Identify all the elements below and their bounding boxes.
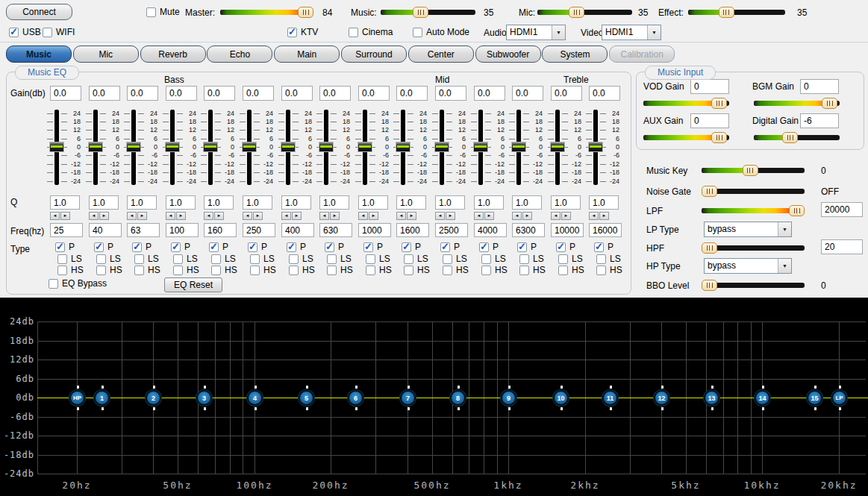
eq-band-5-type-p-box[interactable]: [209, 242, 219, 252]
music-key-slider-handle[interactable]: [743, 165, 758, 176]
eq-band-7-q-increment[interactable]: ►: [292, 212, 302, 220]
eq-band-13-type-p[interactable]: P: [517, 242, 537, 252]
eq-band-2-type-ls[interactable]: LS: [96, 254, 121, 264]
eq-band-4-q-increment[interactable]: ►: [176, 212, 186, 220]
eq-band-5-slider-handle[interactable]: [203, 142, 218, 152]
eq-band-14-freq-input[interactable]: [551, 223, 584, 237]
mode-checkbox-cinema[interactable]: Cinema: [349, 27, 393, 37]
eq-band-12-q-decrement[interactable]: ◄: [474, 212, 484, 220]
eq-band-1-slider-handle[interactable]: [49, 142, 64, 152]
eq-band-6-type-ls[interactable]: LS: [250, 254, 275, 264]
eq-band-13-gain-input[interactable]: [512, 86, 543, 101]
eq-band-8-q-input[interactable]: [319, 195, 349, 210]
eq-band-15-q-decrement[interactable]: ◄: [589, 212, 599, 220]
eq-point-7[interactable]: 7: [400, 390, 416, 406]
eq-band-4-freq-input[interactable]: [166, 223, 199, 237]
eq-band-9-type-ls-box[interactable]: [366, 254, 375, 264]
mode-checkbox-usb-box[interactable]: [9, 28, 19, 37]
eq-band-10-q-increment[interactable]: ►: [407, 212, 416, 220]
eq-point-10[interactable]: 10: [553, 390, 569, 406]
hpf-slider[interactable]: [702, 242, 805, 254]
eq-bypass-checkbox[interactable]: EQ Bypass: [49, 278, 107, 289]
eq-band-9-type-p[interactable]: P: [363, 242, 383, 252]
eq-band-8-type-hs-box[interactable]: [327, 266, 337, 275]
eq-band-7-gain-input[interactable]: [281, 86, 313, 101]
eq-band-1-type-ls-box[interactable]: [57, 254, 67, 264]
eq-point-3[interactable]: 3: [196, 390, 212, 406]
eq-band-6-gain-input[interactable]: [243, 86, 274, 101]
music-key-slider[interactable]: [702, 165, 805, 176]
eq-band-10-slider-handle[interactable]: [396, 142, 410, 152]
eq-point-13[interactable]: 13: [704, 390, 719, 406]
eq-band-8-q-increment[interactable]: ►: [330, 212, 340, 220]
eq-band-2-freq-input[interactable]: [89, 223, 122, 237]
eq-band-14-type-ls[interactable]: LS: [558, 254, 583, 264]
eq-band-5-type-ls[interactable]: LS: [211, 254, 236, 264]
eq-band-13-type-ls[interactable]: LS: [519, 254, 544, 264]
eq-band-2-q-input[interactable]: [89, 195, 119, 210]
eq-band-8-type-ls[interactable]: LS: [327, 254, 352, 264]
lpf-slider-handle[interactable]: [789, 205, 805, 216]
eq-band-12-type-p-box[interactable]: [479, 242, 489, 252]
eq-band-7-type-ls[interactable]: LS: [289, 254, 313, 264]
eq-band-9-gain-input[interactable]: [358, 86, 390, 101]
eq-point-2[interactable]: 2: [146, 390, 161, 406]
noise-gate-slider[interactable]: [702, 186, 805, 197]
lpf-input[interactable]: [821, 202, 863, 217]
eq-band-4-type-p-box[interactable]: [171, 242, 181, 252]
eq-band-1-q-decrement[interactable]: ◄: [50, 212, 60, 220]
eq-band-2-type-hs-box[interactable]: [96, 266, 106, 275]
eq-point-1[interactable]: 1: [94, 390, 110, 406]
eq-band-4-gain-input[interactable]: [166, 86, 197, 101]
eq-band-3-type-hs[interactable]: HS: [134, 265, 160, 275]
eq-band-3-type-ls-box[interactable]: [134, 254, 144, 264]
eq-band-14-q-input[interactable]: [551, 195, 581, 210]
eq-point-14[interactable]: 14: [755, 390, 770, 406]
digital-gain-slider-handle[interactable]: [782, 132, 798, 143]
hpf-input[interactable]: [821, 239, 863, 254]
master-volume-slider[interactable]: [220, 7, 313, 18]
eq-band-13-slider-handle[interactable]: [511, 142, 526, 152]
eq-band-4-type-p[interactable]: P: [171, 242, 190, 252]
eq-band-12-type-p[interactable]: P: [479, 242, 499, 252]
eq-reset-button[interactable]: EQ Reset: [164, 277, 222, 292]
mode-checkbox-auto-mode-box[interactable]: [413, 28, 422, 37]
eq-band-3-slider-handle[interactable]: [126, 142, 141, 152]
eq-band-4-type-ls-box[interactable]: [173, 254, 183, 264]
eq-band-14-type-p-box[interactable]: [556, 242, 566, 252]
vod-gain-slider[interactable]: [643, 98, 729, 109]
digital-gain-input[interactable]: [800, 113, 839, 128]
eq-point-9[interactable]: 9: [501, 390, 516, 406]
eq-band-10-type-ls[interactable]: LS: [404, 254, 428, 264]
mic-volume-slider-track[interactable]: [537, 10, 632, 15]
eq-band-15-type-hs[interactable]: HS: [596, 265, 622, 275]
eq-band-15-q-increment[interactable]: ►: [599, 212, 609, 220]
eq-band-7-type-p-box[interactable]: [287, 242, 296, 252]
vod-gain-input[interactable]: [690, 79, 729, 94]
chevron-down-icon[interactable]: ▼: [647, 25, 661, 40]
eq-band-7-type-ls-box[interactable]: [289, 254, 299, 264]
eq-band-13-type-hs[interactable]: HS: [519, 265, 546, 275]
eq-band-10-type-ls-box[interactable]: [404, 254, 413, 264]
tab-subwoofer[interactable]: Subwoofer: [475, 45, 541, 63]
eq-band-4-type-ls[interactable]: LS: [173, 254, 198, 264]
mute-checkbox-box[interactable]: [146, 7, 156, 17]
eq-band-12-q-input[interactable]: [474, 195, 504, 210]
eq-band-8-q-decrement[interactable]: ◄: [319, 212, 329, 220]
eq-band-11-type-p[interactable]: P: [440, 242, 460, 252]
eq-band-4-slider-handle[interactable]: [165, 142, 180, 152]
eq-band-7-q-input[interactable]: [281, 195, 311, 210]
eq-band-7-type-p[interactable]: P: [287, 242, 306, 252]
eq-band-6-q-input[interactable]: [243, 195, 272, 210]
eq-band-6-slider-handle[interactable]: [242, 142, 257, 152]
mic-volume-slider[interactable]: [537, 7, 632, 18]
eq-band-10-freq-input[interactable]: [396, 223, 429, 237]
eq-band-10-type-hs[interactable]: HS: [404, 265, 430, 275]
eq-band-5-gain-input[interactable]: [204, 86, 235, 101]
eq-band-3-freq-input[interactable]: [127, 223, 160, 237]
eq-band-7-q-decrement[interactable]: ◄: [281, 212, 291, 220]
eq-point-15[interactable]: 15: [807, 390, 822, 406]
eq-band-1-type-p[interactable]: P: [55, 242, 75, 252]
eq-band-13-freq-input[interactable]: [512, 223, 545, 237]
eq-band-12-freq-input[interactable]: [474, 223, 507, 237]
